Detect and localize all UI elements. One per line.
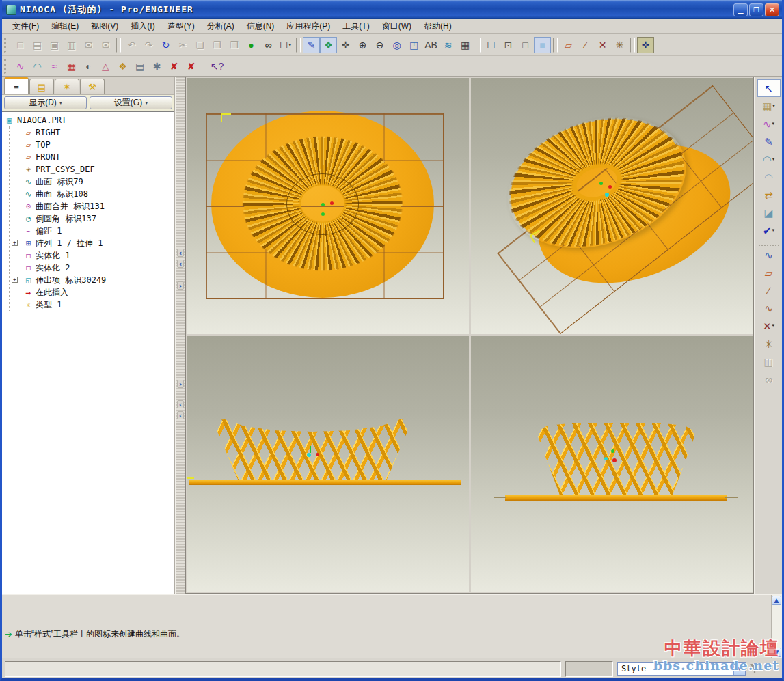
tree-item-pattern-1[interactable]: +⊞阵列 1 / 拉伸 1 — [10, 237, 174, 249]
select-arrow-icon[interactable]: ↖ — [757, 79, 781, 97]
color-map-analysis-icon[interactable]: ▦ — [63, 58, 80, 74]
undo-icon[interactable]: ↶ — [123, 37, 140, 53]
menu-edit[interactable]: 编辑(E) — [45, 19, 85, 33]
loft-surface-icon[interactable]: ◠ — [757, 168, 781, 186]
expand-box[interactable]: + — [12, 277, 18, 283]
datum-point-icon[interactable]: ✕▾ — [757, 317, 781, 335]
minimize-button[interactable]: ▁ — [733, 3, 748, 16]
viewport-isometric-view[interactable] — [471, 78, 753, 334]
email-model-icon[interactable]: ✉ — [80, 37, 97, 53]
menu-tools[interactable]: 工具(T) — [336, 19, 375, 33]
wireframe-icon[interactable]: ☐ — [483, 37, 500, 53]
message-scrollbar[interactable]: ▲ ▼ — [771, 595, 782, 658]
shaded-icon[interactable]: ■ — [534, 37, 551, 53]
viewport-front-view[interactable] — [187, 336, 469, 592]
hidden-line-icon[interactable]: ⊡ — [500, 37, 517, 53]
measure-icon[interactable]: ◫ — [757, 352, 781, 370]
menu-style[interactable]: 造型(Y) — [161, 19, 201, 33]
new-file-icon[interactable]: □ — [12, 37, 29, 53]
show-button[interactable]: 显示(D)▾ — [4, 96, 87, 109]
reflection-analysis-icon[interactable]: ❖ — [114, 58, 131, 74]
annotations-icon[interactable]: AB — [422, 37, 440, 53]
shadow-analysis-icon[interactable]: ◐ — [80, 58, 97, 74]
tree-item-right[interactable]: ▱RIGHT — [10, 126, 174, 139]
delete-curve-analysis-icon[interactable]: ✘ — [165, 58, 183, 74]
open-file-icon[interactable]: ▤ — [29, 37, 46, 53]
viewport-side-view[interactable] — [471, 336, 753, 592]
active-plane-icon[interactable]: ▦▾ — [757, 97, 781, 115]
combo-dropdown-icon[interactable]: ▾ — [733, 663, 745, 675]
menu-file[interactable]: 文件(F) — [6, 19, 45, 33]
paste-icon[interactable]: ❐ — [208, 37, 226, 53]
tree-root-item[interactable]: ▣ NIAOCA.PRT — [4, 114, 174, 126]
no-hidden-icon[interactable]: □ — [517, 37, 534, 53]
menu-applications[interactable]: 应用程序(P) — [280, 19, 336, 33]
quick-analysis-icon[interactable]: ✱ — [148, 58, 165, 74]
edit-curve-icon[interactable]: ✎ — [757, 133, 781, 150]
selection-filter-combo[interactable]: Style ▾ — [617, 662, 746, 676]
axis-display-icon[interactable]: ∕ — [577, 37, 594, 53]
menu-analysis[interactable]: 分析(A) — [201, 19, 241, 33]
select-rect-icon[interactable]: ☐▾ — [277, 37, 294, 53]
surface-analysis-icon[interactable]: ◠ — [29, 58, 46, 74]
menu-window[interactable]: 窗口(W) — [376, 19, 418, 33]
saved-analysis-icon[interactable]: ▤ — [131, 58, 148, 74]
cut-icon[interactable]: ✂ — [174, 37, 191, 53]
display-filter-icon[interactable]: ✛ — [637, 37, 654, 53]
close-button[interactable]: ✕ — [765, 3, 779, 16]
repaint-icon[interactable]: ↻ — [157, 37, 174, 53]
sash-collapse-arrow[interactable]: ‹ — [177, 400, 184, 408]
context-help-icon[interactable]: ↖? — [208, 58, 226, 74]
section-analysis-icon[interactable]: △ — [97, 58, 114, 74]
sash-expand-arrow[interactable]: › — [177, 281, 184, 290]
done-check-icon[interactable]: ✔▾ — [757, 221, 781, 239]
tree-item-round-137[interactable]: ◔倒圆角 标识137 — [10, 212, 174, 225]
zoom-in-icon[interactable]: ⊕ — [354, 37, 371, 53]
datum-axis-icon[interactable]: ∕ — [757, 281, 781, 299]
tree-item-protrusion-30249[interactable]: +◱伸出项 标识30249 — [10, 274, 174, 286]
sash-expand-arrow[interactable]: › — [177, 380, 184, 388]
style-grid-icon[interactable]: ∿ — [757, 246, 781, 264]
tree-item-csys[interactable]: ✳PRT_CSYS_DEF — [10, 163, 174, 176]
datum-csys-icon[interactable]: ✳ — [757, 335, 781, 352]
spin-center-icon[interactable]: ❖ — [320, 37, 337, 53]
settings-button[interactable]: 设置(G)▾ — [90, 96, 172, 109]
tree-item-surface-79[interactable]: ∿曲面 标识79 — [10, 176, 174, 188]
regenerate-icon[interactable]: ● — [243, 37, 260, 53]
tree-item-surface-108[interactable]: ∿曲面 标识108 — [10, 188, 174, 200]
scroll-down-icon[interactable]: ▼ — [772, 648, 781, 657]
save-file-icon[interactable]: ▣ — [46, 37, 63, 53]
menu-help[interactable]: 帮助(H) — [418, 19, 458, 33]
zoom-out-icon[interactable]: ⊖ — [371, 37, 388, 53]
find-icon[interactable]: ∞ — [260, 37, 277, 53]
sash-collapse-arrow[interactable]: ‹ — [177, 249, 184, 257]
curve-analysis-icon[interactable]: ≈ — [46, 58, 63, 74]
view-manager-icon[interactable]: ▦ — [457, 37, 474, 53]
layers-icon[interactable]: ≋ — [440, 37, 457, 53]
plane-display-icon[interactable]: ▱ — [560, 37, 577, 53]
pan-zoom-icon[interactable]: ✛ — [337, 37, 354, 53]
restore-button[interactable]: ❐ — [749, 3, 763, 16]
tree-item-solidify-2[interactable]: ◻实体化 2 — [10, 262, 174, 274]
email-link-icon[interactable]: ✉ — [97, 37, 114, 53]
sash-collapse-arrow[interactable]: ‹ — [177, 411, 184, 419]
tree-item-solidify-1[interactable]: ◻实体化 1 — [10, 249, 174, 262]
reorient-icon[interactable]: ◰ — [405, 37, 422, 53]
create-curve-icon[interactable]: ∿▾ — [757, 115, 781, 133]
trim-surface-icon[interactable]: ◪ — [757, 204, 781, 221]
tree-item-offset-1[interactable]: ⌢偏距 1 — [10, 225, 174, 237]
csys-display-icon[interactable]: ✳ — [611, 37, 628, 53]
menu-insert[interactable]: 插入(I) — [124, 19, 161, 33]
scroll-up-icon[interactable]: ▲ — [772, 596, 781, 605]
panel-splitter[interactable]: ‹‹››‹‹ — [175, 77, 185, 594]
tree-item-style-1[interactable]: ✳类型 1 — [10, 298, 174, 311]
tab-favorites[interactable]: ✶ — [55, 79, 79, 94]
print-icon[interactable]: ▥ — [63, 37, 80, 53]
copy-icon[interactable]: ❏ — [191, 37, 208, 53]
connect-surface-icon[interactable]: ⇄ — [757, 186, 781, 204]
menu-view[interactable]: 视图(V) — [85, 19, 124, 33]
delete-surface-analysis-icon[interactable]: ✘ — [183, 58, 200, 74]
insert-here-item[interactable]: →在此插入 — [10, 286, 174, 298]
curvature-analysis-icon[interactable]: ∿ — [12, 58, 29, 74]
boundary-surface-icon[interactable]: ◠▾ — [757, 150, 781, 168]
